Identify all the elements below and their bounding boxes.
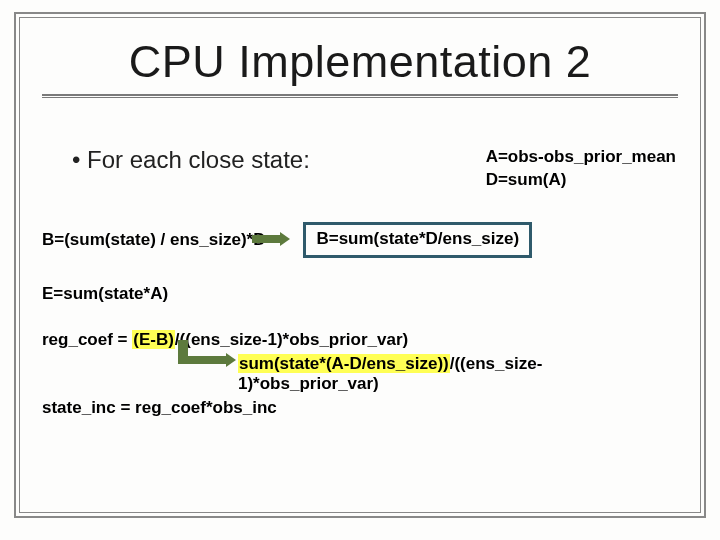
- bullet-row: • For each close state: A=obs-obs_prior_…: [42, 146, 678, 192]
- outer-frame: CPU Implementation 2 • For each close st…: [14, 12, 706, 518]
- elbow-arrow-icon: [178, 352, 238, 376]
- b-left: B=(sum(state) / ens_size)*D: [42, 230, 265, 250]
- arrow-right-icon: [252, 232, 290, 246]
- bullet-text: • For each close state:: [42, 146, 456, 174]
- title-rule: [42, 94, 678, 98]
- b-row: B=(sum(state) / ens_size)*D B=sum(state*…: [42, 222, 678, 258]
- reg-pre: reg_coef =: [42, 330, 132, 349]
- side-line-d: D=sum(A): [486, 169, 676, 192]
- state-inc-line: state_inc = reg_coef*obs_inc: [42, 398, 678, 418]
- reg-coef-line: reg_coef = (E-B)/((ens_size-1)*obs_prior…: [42, 330, 678, 350]
- reg-post: /((ens_size-1)*obs_prior_var): [175, 330, 408, 349]
- inner-frame: CPU Implementation 2 • For each close st…: [19, 17, 701, 513]
- side-note: A=obs-obs_prior_mean D=sum(A): [486, 146, 678, 192]
- side-line-a: A=obs-obs_prior_mean: [486, 146, 676, 169]
- sum-row: sum(state*(A-D/ens_size))/((ens_size-1)*…: [42, 354, 678, 394]
- reg-highlight: (E-B): [132, 330, 175, 349]
- sum-highlight: sum(state*(A-D/ens_size)): [238, 354, 450, 373]
- slide-title: CPU Implementation 2: [42, 36, 678, 88]
- b-boxed: B=sum(state*D/ens_size): [303, 222, 532, 258]
- e-line: E=sum(state*A): [42, 284, 678, 304]
